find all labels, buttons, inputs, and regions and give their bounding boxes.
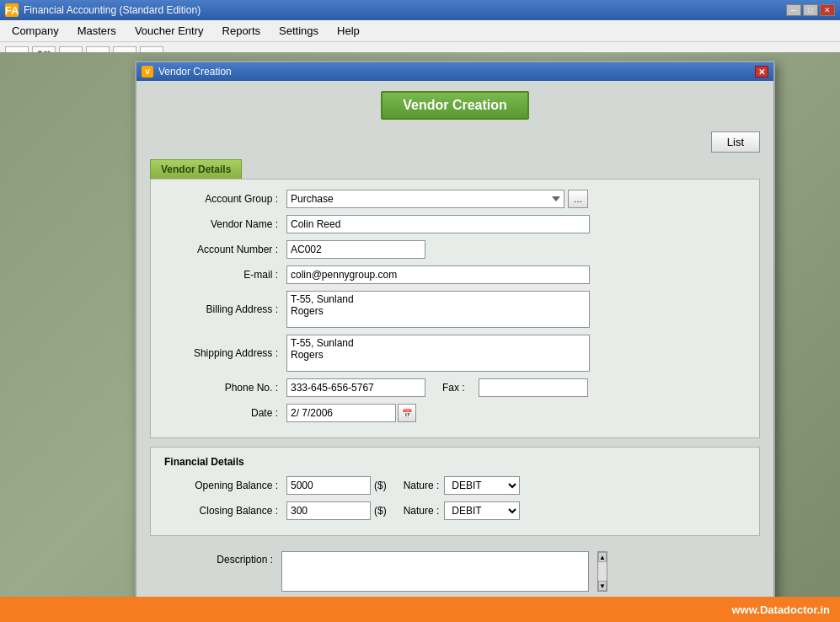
description-section: Description : ▲ ▼ [150,544,760,597]
minimize-button[interactable]: ─ [786,4,801,16]
opening-balance-input[interactable] [286,476,371,495]
app-window: FA Financial Accounting (Standard Editio… [0,0,840,622]
dialog-title-bar: V Vendor Creation ✕ [136,62,773,81]
account-number-row: Account Number : [164,240,746,259]
closing-balance-input[interactable] [286,501,371,520]
fax-input[interactable] [479,378,588,397]
account-number-input[interactable] [286,240,425,259]
account-group-browse-button[interactable]: … [568,190,588,208]
date-controls: 📅 [286,404,416,422]
description-scrollbar: ▲ ▼ [597,551,607,592]
app-icon: FA [5,3,19,17]
closing-balance-row: Closing Balance : ($) Nature : DEBIT CRE… [164,501,746,520]
list-btn-container: List [150,131,760,153]
vendor-creation-dialog: V Vendor Creation ✕ Vendor Creation List… [135,61,775,597]
list-button[interactable]: List [711,131,760,153]
account-group-label: Account Group : [164,193,286,205]
restore-button[interactable]: □ [803,4,818,16]
title-bar-controls: ─ □ ✕ [786,4,835,16]
menu-company[interactable]: Company [3,22,67,40]
billing-address-input[interactable]: T-55, Sunland Rogers [286,291,590,328]
date-picker-button[interactable]: 📅 [398,404,416,422]
billing-address-row: Billing Address : T-55, Sunland Rogers [164,291,746,328]
shipping-address-row: Shipping Address : T-55, Sunland Rogers [164,335,746,372]
scroll-up-arrow[interactable]: ▲ [598,552,607,562]
date-input[interactable] [286,404,396,422]
vendor-name-row: Vendor Name : [164,215,746,233]
menu-reports[interactable]: Reports [214,22,270,40]
vendor-details-section: Account Group : Purchase … Vendor Name : [150,179,760,438]
opening-nature-select[interactable]: DEBIT CREDIT [444,476,520,495]
dialog-icon: V [142,66,153,78]
date-row: Date : 📅 [164,404,746,422]
dialog-header: Vendor Creation [150,91,760,120]
menu-help[interactable]: Help [329,22,368,40]
phone-fax-controls: Fax : [286,378,588,397]
fax-label: Fax : [442,382,465,394]
close-button[interactable]: ✕ [820,4,835,16]
scroll-down-arrow[interactable]: ▼ [598,581,607,591]
financial-details-section: Financial Details Opening Balance : ($) … [150,447,760,536]
dialog-close-button[interactable]: ✕ [755,66,768,78]
menu-voucher-entry[interactable]: Voucher Entry [126,22,212,40]
app-title: Financial Accounting (Standard Edition) [24,4,201,16]
closing-dollar-label: ($) [374,505,387,517]
opening-nature-label: Nature : [404,480,440,491]
description-label: Description : [163,551,273,566]
shipping-address-input[interactable]: T-55, Sunland Rogers [286,335,590,372]
dialog-title-text: Vendor Creation [158,66,232,78]
account-group-controls: Purchase … [286,190,588,208]
menu-bar: Company Masters Voucher Entry Reports Se… [0,20,840,42]
closing-balance-label: Closing Balance : [164,505,286,517]
closing-nature-select[interactable]: DEBIT CREDIT [444,501,520,520]
account-group-row: Account Group : Purchase … [164,190,746,208]
phone-fax-row: Phone No. : Fax : [164,378,746,397]
email-label: E-mail : [164,269,286,281]
status-bar: www.Datadoctor.in [0,597,840,622]
status-bar-text: www.Datadoctor.in [731,603,830,616]
dialog-title-left: V Vendor Creation [142,66,232,78]
title-bar-left: FA Financial Accounting (Standard Editio… [5,3,201,17]
opening-balance-label: Opening Balance : [164,480,286,491]
billing-address-label: Billing Address : [164,303,286,315]
opening-dollar-label: ($) [374,480,387,491]
account-group-select[interactable]: Purchase [286,190,564,208]
main-area: V Vendor Creation ✕ Vendor Creation List… [0,52,840,597]
menu-masters[interactable]: Masters [69,22,125,40]
description-input[interactable] [281,551,589,592]
vendor-creation-title: Vendor Creation [381,91,529,120]
description-row: Description : ▲ ▼ [163,551,746,592]
vendor-name-input[interactable] [286,215,590,233]
account-number-label: Account Number : [164,244,286,255]
vendor-name-label: Vendor Name : [164,218,286,230]
title-bar: FA Financial Accounting (Standard Editio… [0,0,840,20]
email-row: E-mail : [164,265,746,284]
date-label: Date : [164,407,286,419]
opening-balance-row: Opening Balance : ($) Nature : DEBIT CRE… [164,476,746,495]
dialog-content: Vendor Creation List Vendor Details Acco… [136,81,773,597]
financial-section-title: Financial Details [164,456,746,468]
shipping-address-label: Shipping Address : [164,347,286,359]
vendor-details-tab[interactable]: Vendor Details [150,159,242,179]
menu-settings[interactable]: Settings [270,22,327,40]
phone-label: Phone No. : [164,382,286,394]
phone-input[interactable] [286,378,425,397]
closing-nature-label: Nature : [404,505,440,517]
email-input[interactable] [286,265,590,284]
